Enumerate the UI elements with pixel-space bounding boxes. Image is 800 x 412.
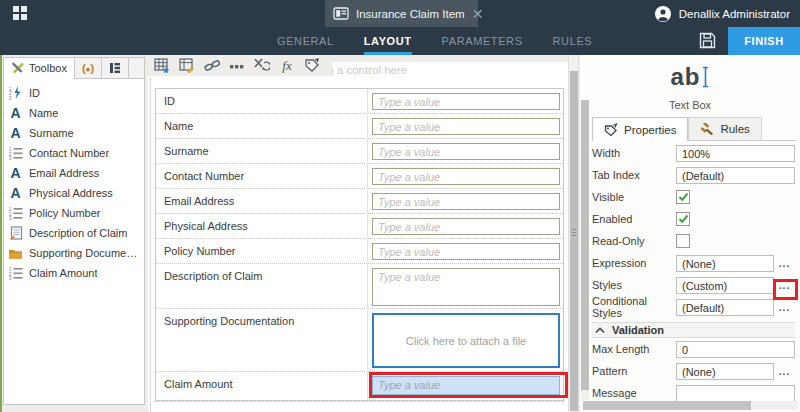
property-control: 0	[676, 341, 795, 358]
toolbox-item-label: Contact Number	[29, 147, 109, 159]
toolbox-item-contact-number[interactable]: 123Contact Number	[4, 143, 144, 163]
property-control	[676, 190, 795, 204]
user-menu[interactable]: Denallix Administrator	[654, 0, 790, 27]
property-value[interactable]: (Custom)	[676, 277, 774, 294]
textbox-control[interactable]: Type a value	[372, 118, 560, 135]
panel-hscrollbar-thumb[interactable]	[583, 401, 751, 410]
textbox-control[interactable]: Type a value	[372, 168, 560, 185]
save-button[interactable]	[699, 32, 717, 50]
toolbox-item-surname[interactable]: ASurname	[4, 123, 144, 143]
checkbox-checked[interactable]	[676, 212, 690, 226]
property-value[interactable]: (Default)	[676, 299, 774, 316]
nav-tab-rules[interactable]: RULES	[553, 27, 593, 55]
property-control	[676, 385, 795, 402]
toolbox-item-policy-number[interactable]: 123Policy Number	[4, 203, 144, 223]
textbox-control-selected[interactable]: Type a value	[372, 376, 560, 395]
property-value[interactable]: (None)	[676, 363, 774, 380]
textbox-control[interactable]: Type a value	[372, 218, 560, 235]
panel-scrollbar[interactable]	[581, 100, 589, 400]
nav-tab-parameters[interactable]: PARAMETERS	[442, 27, 523, 55]
change-control-icon[interactable]	[254, 58, 270, 74]
field-control-cell: Type a value	[368, 139, 563, 163]
control-type-label: Text Box	[580, 99, 800, 111]
designer-tabs: GENERALLAYOUTPARAMETERSRULES	[277, 27, 592, 55]
nav-tab-layout[interactable]: LAYOUT	[364, 27, 412, 55]
property-input[interactable]: 100%	[676, 145, 795, 162]
textbox-control[interactable]: Type a value	[372, 93, 560, 110]
toolbox-tab-label: Toolbox	[29, 62, 67, 74]
panel-tab-rules[interactable]: Rules	[688, 117, 761, 140]
tab-toolbox[interactable]: Toolbox	[4, 58, 75, 78]
ellipsis-button[interactable]: ...	[774, 302, 795, 313]
tab-layout-view[interactable]	[102, 58, 129, 78]
toolbox-item-name[interactable]: AName	[4, 103, 144, 123]
form-row-email-address: Email AddressType a value	[156, 189, 563, 214]
toolbox-panel: Toolbox (●) 123IDANameASurname123Contact…	[3, 57, 145, 405]
toolbox-item-label: Name	[29, 107, 58, 119]
property-value[interactable]: (None)	[676, 255, 774, 272]
panel-hscrollbar[interactable]	[583, 401, 798, 410]
property-row-enabled: Enabled	[592, 208, 795, 230]
svg-text:3: 3	[9, 276, 12, 280]
expression-fx-icon[interactable]: fx	[279, 58, 295, 74]
tools-icon	[11, 62, 24, 75]
autonumber-icon: 123	[8, 86, 23, 101]
checkbox-unchecked[interactable]	[676, 234, 690, 248]
top-bar: Insurance Claim Item ✕ Denallix Administ…	[0, 0, 800, 27]
property-input[interactable]: (Default)	[676, 167, 795, 184]
textarea-control[interactable]: Type a value	[372, 268, 560, 306]
layout-view-icon	[109, 62, 121, 74]
textbox-control[interactable]: Type a value	[372, 243, 560, 260]
toolbar-ellipsis-icon[interactable]	[229, 58, 245, 74]
property-control	[676, 212, 795, 226]
form-row-surname: SurnameType a value	[156, 139, 563, 164]
panel-scrollbar-thumb[interactable]	[581, 100, 589, 390]
form-row-name: NameType a value	[156, 114, 563, 139]
table-edit-icon[interactable]	[179, 58, 195, 74]
drop-zone-edge	[150, 78, 151, 412]
field-control-cell: Type a value	[368, 189, 563, 213]
memo-icon	[8, 226, 23, 241]
validation-section-header[interactable]: Validation	[592, 322, 795, 338]
table-properties-icon[interactable]	[154, 58, 170, 74]
toolbox-item-description-of-claim[interactable]: Description of Claim	[4, 223, 144, 243]
ellipsis-button[interactable]: ...	[774, 366, 795, 377]
panel-tab-properties[interactable]: Properties	[592, 117, 688, 141]
app-launcher-icon[interactable]	[13, 6, 28, 21]
property-input[interactable]: 0	[676, 341, 795, 358]
property-row-pattern: Pattern(None)...	[592, 360, 795, 382]
toolbox-item-id[interactable]: 123ID	[4, 83, 144, 103]
canvas-scrollbar[interactable]	[568, 55, 579, 412]
textbox-control[interactable]: Type a value	[372, 193, 560, 210]
unlink-icon[interactable]	[204, 58, 220, 74]
attachment-control[interactable]: Click here to attach a file	[372, 313, 560, 368]
tag-icon[interactable]	[304, 58, 320, 74]
textbox-control[interactable]: Type a value	[372, 143, 560, 160]
nav-tab-general[interactable]: GENERAL	[277, 27, 334, 55]
tab-context-browser[interactable]: (●)	[75, 58, 102, 78]
finish-button[interactable]: FINISH	[728, 27, 800, 55]
property-input[interactable]	[676, 385, 795, 402]
close-tab-icon[interactable]: ✕	[472, 7, 484, 21]
checkbox-checked[interactable]	[676, 190, 690, 204]
text-icon: A	[8, 126, 23, 141]
toolbox-item-physical-address[interactable]: APhysical Address	[4, 183, 144, 203]
number-list-icon: 123	[8, 266, 23, 281]
field-control-cell: Type a value	[368, 264, 563, 308]
property-label: Message	[592, 387, 676, 399]
ellipsis-button[interactable]: ...	[774, 280, 795, 291]
toolbox-item-supporting-documentation[interactable]: Supporting Documentation	[4, 243, 144, 263]
ellipsis-button[interactable]: ...	[774, 258, 795, 269]
field-control-cell: Type a value	[368, 114, 563, 138]
property-label: Conditional Styles	[592, 295, 676, 319]
toolbox-item-list: 123IDANameASurname123Contact NumberAEmai…	[4, 79, 144, 283]
toolbox-item-email-address[interactable]: AEmail Address	[4, 163, 144, 183]
form-row-description-of-claim: Description of ClaimType a value	[156, 264, 563, 309]
canvas-scrollbar-thumb[interactable]	[570, 71, 578, 411]
toolbox-item-claim-amount[interactable]: 123Claim Amount	[4, 263, 144, 283]
field-control-cell: Type a value	[368, 372, 563, 400]
panel-tabs: PropertiesRules	[592, 118, 796, 141]
toolbox-item-label: Claim Amount	[29, 267, 97, 279]
property-control: 100%	[676, 145, 795, 162]
document-tab[interactable]: Insurance Claim Item ✕	[325, 0, 478, 27]
